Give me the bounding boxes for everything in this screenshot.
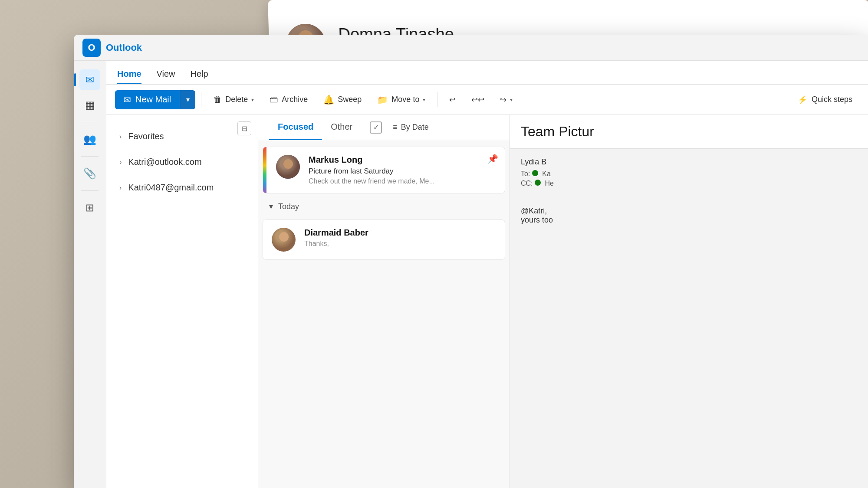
tab-actions: ✓ ≡ By Date [370,120,433,134]
email-tabs: Focused Other ✓ ≡ By Date [258,115,510,140]
today-collapse-icon: ▾ [269,202,273,211]
sidebar-item-apps[interactable]: ⊞ [79,197,100,218]
menu-home[interactable]: Home [117,69,141,84]
move-to-label: Move to [391,95,419,104]
sidebar-item-mail[interactable]: ✉ [79,69,100,90]
reading-to: To: Ka [521,170,857,178]
sweep-button[interactable]: 🔔 Sweep [317,91,368,108]
panel-toggle-icon: ⊟ [242,124,247,133]
diarmaid-email-content: Diarmaid Baber Thanks, [302,228,496,252]
filter-lines-icon: ≡ [393,123,398,132]
reading-cc: CC: He [521,180,857,187]
tab-focused[interactable]: Focused [269,115,322,140]
apps-icon: ⊞ [85,202,94,214]
reply-all-button[interactable]: ↩↩ [465,91,490,108]
sweep-icon: 🔔 [323,95,334,105]
reading-body: @Katri, yours too [510,198,868,233]
favorites-label: Favorites [128,131,164,141]
cc-value: He [545,180,553,187]
reading-meta: Lydia B To: Ka CC: He [510,149,868,198]
folder-panel: ⊟ › Favorites › Katri@outlook.com › Katr… [106,115,258,488]
date-filter-button[interactable]: ≡ By Date [388,120,433,134]
toolbar-separator-2 [437,92,437,107]
reading-from: Lydia B [521,157,857,167]
move-to-chevron-icon: ▾ [423,97,425,103]
new-mail-button-group: ✉ New Mail ▾ [115,90,195,109]
sidebar-item-calendar[interactable]: ▦ [79,95,100,115]
delete-button[interactable]: 🗑 Delete ▾ [207,91,260,108]
email-item-diarmaid[interactable]: Diarmaid Baber Thanks, [263,219,505,260]
reading-pane-header: Team Pictur [510,115,868,149]
markus-subject: Picture from last Saturday [309,167,496,176]
katri-outlook-chevron-icon: › [119,158,122,166]
to-label: To: [521,170,530,177]
reading-panel: Team Pictur Lydia B To: Ka CC: He [510,115,868,488]
menu-help[interactable]: Help [191,69,208,84]
to-status-dot [532,170,538,176]
cc-status-dot [535,180,541,186]
sidebar-divider [81,122,99,122]
body-line-2: yours too [521,216,857,225]
sidebar-item-people[interactable]: 👥 [79,129,100,150]
katri-outlook-label: Katri@outlook.com [128,157,201,167]
outlook-icon: O [82,39,101,57]
katri-gmail-chevron-icon: › [119,184,122,192]
markus-avatar [276,155,300,179]
tab-other[interactable]: Other [322,115,361,140]
reply-icon: ↩ [449,95,456,105]
paperclip-icon: 📎 [83,167,96,180]
forward-button[interactable]: ↪ ▾ [494,91,519,108]
focused-tab-label: Focused [278,122,313,132]
sidebar-divider-3 [81,190,99,191]
diarmaid-avatar [272,228,296,252]
toolbar-separator-1 [201,92,201,107]
new-mail-dropdown-button[interactable]: ▾ [180,90,195,109]
pin-icon: 📌 [487,154,498,164]
folder-katri-gmail[interactable]: › Katri0487@gmail.com [106,175,258,200]
cc-label: CC: [521,180,533,187]
content-panels: ⊟ › Favorites › Katri@outlook.com › Katr… [106,115,868,488]
email-item-markus[interactable]: Markus Long Picture from last Saturday C… [263,147,505,193]
calendar-icon: ▦ [85,99,95,111]
archive-icon: 🗃 [270,95,278,105]
mail-icon: ✉ [85,74,94,86]
menu-view[interactable]: View [157,69,175,84]
new-mail-chevron-icon: ▾ [186,95,190,104]
sidebar-divider-2 [81,156,99,157]
folder-katri-outlook[interactable]: › Katri@outlook.com [106,149,258,175]
to-value: Ka [542,170,551,177]
favorites-chevron-icon: › [119,133,122,141]
check-filter-icon[interactable]: ✓ [370,121,382,134]
today-label: Today [278,202,299,211]
markus-avatar-image [276,155,300,179]
folder-favorites[interactable]: › Favorites [106,124,258,149]
new-mail-label: New Mail [135,95,171,105]
other-tab-label: Other [331,122,352,132]
archive-button[interactable]: 🗃 Archive [263,91,314,108]
left-sidebar: ✉ ▦ 👥 📎 ⊞ [74,61,106,488]
reply-button[interactable]: ↩ [443,91,462,108]
toolbar: ✉ New Mail ▾ 🗑 Delete ▾ 🗃 Archive 🔔 Swee… [106,85,868,115]
outlook-logo: O Outlook [82,39,142,57]
title-bar: O Outlook [74,35,868,61]
diarmaid-sender: Diarmaid Baber [304,228,496,238]
delete-label: Delete [225,95,248,104]
new-mail-button[interactable]: ✉ New Mail [115,90,180,109]
markus-email-content: Markus Long Picture from last Saturday C… [306,155,496,185]
quick-steps-button[interactable]: ⚡ Quick steps [791,91,859,108]
today-group-header: ▾ Today [258,195,510,218]
filter-label: By Date [401,123,429,132]
move-to-icon: 📁 [377,95,388,105]
panel-toggle-button[interactable]: ⊟ [237,121,251,135]
sidebar-item-notes[interactable]: 📎 [79,163,100,184]
reply-all-icon: ↩↩ [471,95,484,105]
katri-gmail-label: Katri0487@gmail.com [128,183,214,193]
outlook-window: O Outlook ✉ ▦ 👥 📎 ⊞ Home View Help [74,35,868,488]
forward-chevron-icon: ▾ [510,97,513,103]
email-list-panel: Focused Other ✓ ≡ By Date [258,115,510,488]
body-line-1: @Katri, [521,206,857,216]
diarmaid-preview: Thanks, [304,240,496,248]
reading-pane-title: Team Pictur [521,124,594,140]
move-to-button[interactable]: 📁 Move to ▾ [371,91,431,108]
markus-sender: Markus Long [309,155,496,165]
